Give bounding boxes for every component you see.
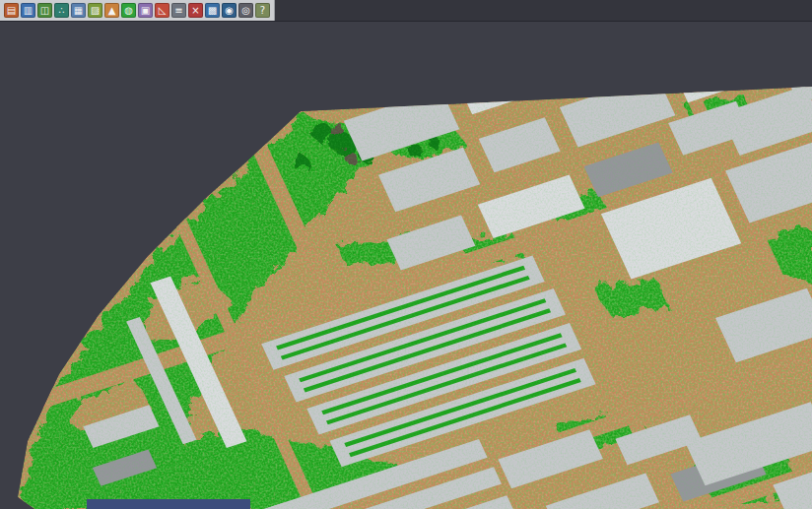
main-toolbar: ▤▥◫∴▦▨▲◍▣◺≡×▩◉◎?	[0, 0, 275, 21]
background-window-edge	[87, 499, 250, 509]
open-project-icon[interactable]: ▤	[4, 3, 19, 18]
settings-icon[interactable]: ≡	[171, 3, 186, 18]
ortho-icon[interactable]: ▣	[138, 3, 153, 18]
delete-icon[interactable]: ×	[188, 3, 203, 18]
help-icon[interactable]: ?	[255, 3, 270, 18]
capture-icon[interactable]: ◎	[238, 3, 253, 18]
measure-icon[interactable]: ◺	[155, 3, 169, 18]
top-bar: ▤▥◫∴▦▨▲◍▣◺≡×▩◉◎?	[0, 0, 812, 22]
app-window: ▤▥◫∴▦▨▲◍▣◺≡×▩◉◎?	[0, 0, 812, 509]
globe-icon[interactable]: ◉	[222, 3, 237, 18]
viewport-3d[interactable]	[0, 0, 812, 509]
classification-icon[interactable]: ◍	[121, 3, 136, 18]
import-cloud-icon[interactable]: ◫	[37, 3, 52, 18]
dem-icon[interactable]: ▲	[104, 3, 119, 18]
point-cloud-icon[interactable]: ∴	[54, 3, 69, 18]
texture-icon[interactable]: ▨	[88, 3, 102, 18]
grid-icon[interactable]: ▩	[205, 3, 220, 18]
save-icon[interactable]: ▥	[21, 3, 35, 18]
mesh-icon[interactable]: ▦	[71, 3, 86, 18]
